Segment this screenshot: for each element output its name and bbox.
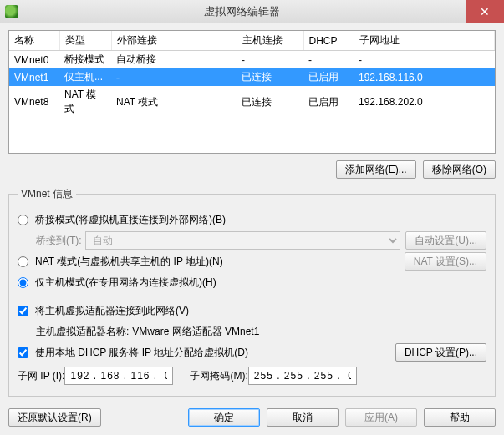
radio-nat-input[interactable] (18, 256, 28, 267)
cell-type: NAT 模式 (59, 86, 111, 118)
table-row[interactable]: VMnet8NAT 模式NAT 模式已连接已启用192.168.202.0 (9, 86, 495, 118)
cell-host: 已连接 (237, 86, 303, 118)
cell-name: VMnet0 (9, 51, 59, 69)
cell-type: 仅主机... (59, 68, 111, 86)
cell-ext: NAT 模式 (111, 86, 237, 118)
app-icon (5, 5, 18, 18)
cell-dhcp: - (303, 51, 354, 69)
subnet-mask-label: 子网掩码(M): (190, 369, 247, 383)
cell-type: 桥接模式 (59, 51, 111, 69)
radio-bridge-input[interactable] (18, 215, 28, 225)
radio-bridge[interactable]: 桥接模式(将虚拟机直接连接到外部网络)(B) (18, 213, 226, 227)
cancel-button[interactable]: 取消 (267, 408, 339, 427)
radio-hostonly-input[interactable] (18, 277, 28, 288)
cell-host: 已连接 (237, 68, 303, 86)
col-dhcp[interactable]: DHCP (303, 31, 354, 51)
nat-settings-button: NAT 设置(S)... (405, 252, 486, 271)
cell-ext: 自动桥接 (111, 51, 237, 69)
cell-dhcp: 已启用 (303, 68, 354, 86)
cell-dhcp: 已启用 (303, 86, 354, 118)
auto-settings-button: 自动设置(U)... (405, 231, 486, 250)
restore-defaults-button[interactable]: 还原默认设置(R) (8, 408, 101, 427)
vmnet-info-legend: VMnet 信息 (18, 187, 76, 201)
dhcp-settings-button[interactable]: DHCP 设置(P)... (395, 343, 486, 362)
bridge-to-label: 桥接到(T): (36, 234, 82, 248)
col-name[interactable]: 名称 (9, 31, 59, 51)
chk-connect-adapter-input[interactable] (18, 306, 28, 316)
add-network-button[interactable]: 添加网络(E)... (336, 160, 416, 179)
cell-subnet: 192.168.116.0 (354, 68, 495, 86)
ok-button[interactable]: 确定 (188, 408, 260, 427)
bridge-to-select: 自动 (85, 231, 401, 250)
chk-dhcp[interactable]: 使用本地 DHCP 服务将 IP 地址分配给虚拟机(D) (18, 346, 248, 360)
radio-hostonly[interactable]: 仅主机模式(在专用网络内连接虚拟机)(H) (18, 276, 216, 290)
cell-name: VMnet1 (9, 68, 59, 86)
cell-ext: - (111, 68, 237, 86)
subnet-ip-input[interactable] (64, 367, 173, 385)
chk-connect-adapter[interactable]: 将主机虚拟适配器连接到此网络(V) (18, 304, 189, 318)
radio-nat[interactable]: NAT 模式(与虚拟机共享主机的 IP 地址)(N) (18, 255, 223, 269)
col-ext[interactable]: 外部连接 (111, 31, 237, 51)
subnet-ip-label: 子网 IP (I): (18, 369, 64, 383)
help-button[interactable]: 帮助 (424, 408, 496, 427)
cell-subnet: - (354, 51, 495, 69)
cell-subnet: 192.168.202.0 (354, 86, 495, 118)
remove-network-button[interactable]: 移除网络(O) (423, 160, 496, 179)
vmnet-info-group: VMnet 信息 桥接模式(将虚拟机直接连接到外部网络)(B) 桥接到(T): … (8, 187, 496, 397)
chk-dhcp-input[interactable] (18, 347, 28, 358)
col-type[interactable]: 类型 (59, 31, 111, 51)
apply-button: 应用(A) (345, 408, 417, 427)
col-subnet[interactable]: 子网地址 (354, 31, 495, 51)
close-button[interactable]: ✕ (466, 0, 504, 23)
table-row[interactable]: VMnet0桥接模式自动桥接--- (9, 51, 495, 69)
cell-host: - (237, 51, 303, 69)
window-title: 虚拟网络编辑器 (18, 4, 466, 19)
vmnet-table[interactable]: 名称 类型 外部连接 主机连接 DHCP 子网地址 VMnet0桥接模式自动桥接… (8, 30, 496, 154)
table-row[interactable]: VMnet1仅主机... -已连接已启用192.168.116.0 (9, 68, 495, 86)
col-host[interactable]: 主机连接 (237, 31, 303, 51)
cell-name: VMnet8 (9, 86, 59, 118)
subnet-mask-input[interactable] (248, 367, 357, 385)
adapter-name-value: VMware 网络适配器 VMnet1 (132, 325, 259, 339)
adapter-name-label: 主机虚拟适配器名称: (36, 325, 129, 339)
